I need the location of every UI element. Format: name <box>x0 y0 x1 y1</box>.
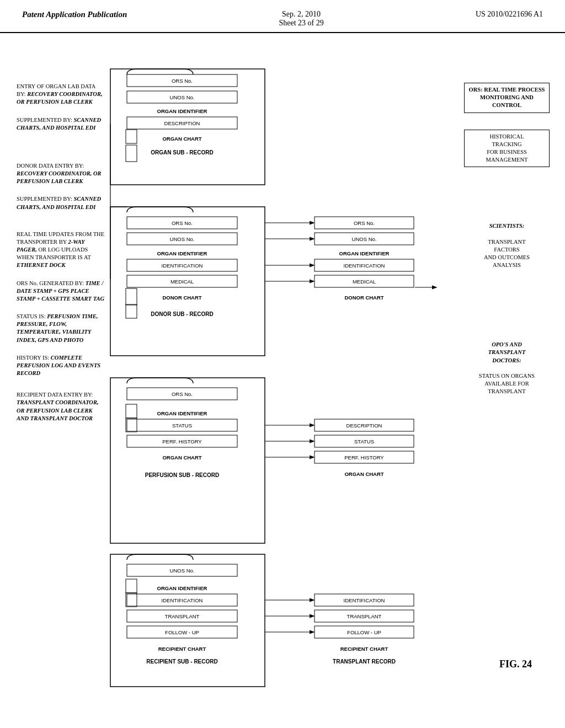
perf-organ-chart: ORGAN CHART <box>162 454 201 461</box>
perfusion-sub-record-title: PERFUSION SUB - RECORD <box>145 472 219 478</box>
recip-chart: RECIPIENT CHART <box>158 646 206 652</box>
organ-sub-record-title: ORGAN SUB - RECORD <box>151 149 213 156</box>
diagram-area: ORS No. UNOS No. ORGAN IDENTIFIER DESCRI… <box>0 33 565 695</box>
donor-identification: IDENTIFICATION <box>162 263 203 269</box>
svg-rect-13 <box>110 554 265 687</box>
status-is-block: STATUS IS: PERFUSION TIME, PRESSURE, FLO… <box>17 313 105 344</box>
svg-rect-46 <box>126 418 137 432</box>
left-labels-container: ENTRY OF ORGAN LAB DATA BY: RECOVERY COO… <box>17 77 105 432</box>
svg-rect-45 <box>126 404 137 418</box>
page-header: Patent Application Publication Sep. 2, 2… <box>0 0 565 33</box>
historical-tracking-box: HISTORICALTRACKINGFOR BUSINESSMANAGEMENT <box>464 130 550 168</box>
perf-status: STATUS <box>172 422 192 429</box>
donor-data-entry-block: DONOR DATA ENTRY BY: RECOVERY COORDINATO… <box>17 162 105 186</box>
trans-follow-up: FOLLOW - UP <box>347 629 381 635</box>
donor-sub-record-title: DONOR SUB - RECORD <box>151 311 213 317</box>
recip-transplant: TRANSPLANT <box>165 613 200 619</box>
trans-donor-chart: DONOR CHART <box>344 295 383 301</box>
donor-ors-no: ORS No. <box>172 220 193 226</box>
perf-history-1: PERF. HISTORY <box>162 438 202 445</box>
donor-medical: MEDICAL <box>170 279 194 285</box>
trans-organ-chart: ORGAN CHART <box>344 471 383 477</box>
recipient-data-entry-block: RECIPIENT DATA ENTRY BY: TRANSPLANT COOR… <box>17 391 105 422</box>
history-is-block: HISTORY IS: COMPLETE PERFUSION LOG AND E… <box>17 354 105 378</box>
recip-follow-up: FOLLOW - UP <box>165 629 199 635</box>
unos-no-label: UNOS No. <box>170 94 195 100</box>
ors-generated-block: ORS No. GENERATED BY: TIME / DATE STAMP … <box>17 280 105 303</box>
supplemented-by-1-block: SUPPLEMENTED BY: SCANNED CHARTS, AND HOS… <box>17 116 105 132</box>
trans-recip-id: IDENTIFICATION <box>344 597 385 603</box>
trans-organ-id: ORGAN IDENTIFIER <box>339 250 390 256</box>
description-1: DESCRIPTION <box>164 120 200 126</box>
trans-transplant: TRANSPLANT <box>347 613 382 619</box>
realtime-updates-block: REAL TIME UPDATES FROM THE TRANSPORTER B… <box>17 231 105 270</box>
trans-medical: MEDICAL <box>353 279 376 285</box>
transplant-record-title: TRANSPLANT RECORD <box>333 659 396 665</box>
supplemented-by-2-block: SUPPLEMENTED BY: SCANNED CHARTS, AND HOS… <box>17 195 105 211</box>
donor-unos-no: UNOS No. <box>170 236 195 242</box>
publication-date: Sep. 2, 2010 <box>279 10 323 19</box>
fig-label: FIG. 24 <box>499 659 532 670</box>
header-center: Sep. 2, 2010 Sheet 23 of 29 <box>279 10 323 28</box>
recipient-sub-record-title: RECIPIENT SUB - RECORD <box>146 659 217 665</box>
recip-identification: IDENTIFICATION <box>162 597 203 603</box>
scientists-block: SCIENTISTS: TRANSPLANTFACTORSAND OUTCOME… <box>464 222 550 269</box>
trans-status: STATUS <box>354 438 374 445</box>
donor-organ-id: ORGAN IDENTIFIER <box>157 250 207 256</box>
diagram-svg: ORS No. UNOS No. ORGAN IDENTIFIER DESCRI… <box>94 63 463 703</box>
perf-ors-no: ORS No. <box>172 391 193 397</box>
trans-perf-history: PERF. HISTORY <box>344 454 384 461</box>
opos-doctors-block: OPO'S ANDTRANSPLANTDOCTORS: STATUS ON OR… <box>464 341 550 395</box>
trans-ors-no: ORS No. <box>354 220 375 226</box>
svg-rect-41 <box>126 145 137 162</box>
perf-organ-id: ORGAN IDENTIFIER <box>157 410 207 416</box>
svg-rect-42 <box>126 130 137 143</box>
recip-organ-id: ORGAN IDENTIFIER <box>157 585 207 591</box>
donor-chart-1: DONOR CHART <box>162 295 201 301</box>
svg-rect-43 <box>126 288 137 305</box>
sheet-info: Sheet 23 of 29 <box>279 19 323 28</box>
ors-box: ORS: REAL TIME PROCESS MONITORING AND CO… <box>464 83 550 113</box>
trans-description: DESCRIPTION <box>347 422 382 429</box>
patent-number: US 2010/0221696 A1 <box>476 10 543 19</box>
ors-no-label: ORS No. <box>172 78 193 84</box>
organ-chart-1: ORGAN CHART <box>162 136 201 142</box>
organ-identifier-1: ORGAN IDENTIFIER <box>157 108 207 114</box>
trans-unos-no: UNOS No. <box>352 236 377 242</box>
svg-rect-47 <box>126 579 137 593</box>
trans-recip-chart: RECIPIENT CHART <box>340 646 388 652</box>
svg-rect-48 <box>126 593 137 607</box>
trans-identification: IDENTIFICATION <box>344 263 385 269</box>
svg-rect-44 <box>126 304 137 318</box>
right-labels-container: ORS: REAL TIME PROCESS MONITORING AND CO… <box>464 77 550 417</box>
entry-organ-lab-block: ENTRY OF ORGAN LAB DATA BY: RECOVERY COO… <box>17 83 105 106</box>
svg-rect-9 <box>110 378 265 543</box>
recip-unos-no: UNOS No. <box>170 568 195 574</box>
publication-title: Patent Application Publication <box>22 10 127 19</box>
